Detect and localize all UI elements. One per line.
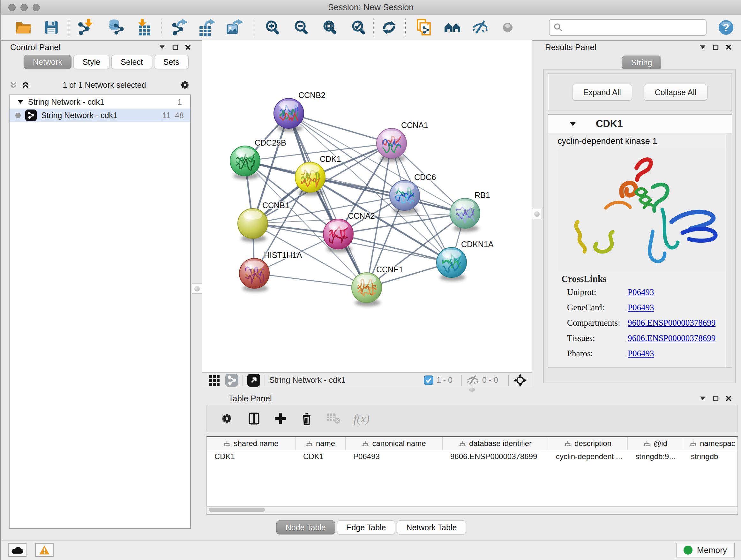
column-header-@id[interactable]: @id bbox=[628, 437, 683, 450]
network-row-selected[interactable]: String Network - cdk1 11 48 bbox=[10, 109, 190, 122]
zoom-out-button[interactable] bbox=[291, 17, 312, 38]
close-panel-icon[interactable] bbox=[185, 44, 191, 50]
crosslink-link[interactable]: P06493 bbox=[628, 287, 654, 297]
table-cell[interactable]: cyclin-dependent ... bbox=[548, 450, 628, 463]
memory-button[interactable]: Memory bbox=[676, 543, 735, 557]
close-window-button[interactable] bbox=[8, 4, 16, 11]
caret-down-icon[interactable] bbox=[17, 99, 23, 105]
zoom-in-button[interactable] bbox=[262, 17, 283, 38]
column-header-name[interactable]: name bbox=[295, 437, 346, 450]
export-table-button[interactable] bbox=[196, 17, 217, 38]
network-node-HIST1H1A[interactable]: HIST1H1A bbox=[239, 251, 302, 292]
tab-edge-table[interactable]: Edge Table bbox=[337, 520, 395, 535]
import-network-database-button[interactable] bbox=[106, 17, 127, 38]
save-session-button[interactable] bbox=[41, 17, 62, 38]
crosslink-link[interactable]: 9606.ENSP00000378699 bbox=[628, 318, 716, 328]
collapse-panel-icon[interactable] bbox=[159, 45, 165, 50]
float-panel-icon[interactable] bbox=[713, 395, 719, 401]
selected-checkbox-icon[interactable] bbox=[424, 375, 433, 385]
home-networks-button[interactable] bbox=[442, 17, 463, 38]
copy-network-view-button[interactable] bbox=[414, 17, 434, 38]
column-header-namespac[interactable]: namespac bbox=[683, 437, 738, 450]
table-cell[interactable]: P06493 bbox=[346, 450, 443, 463]
close-panel-icon[interactable] bbox=[726, 44, 731, 50]
crosslink-link[interactable]: 9606.ENSP00000378699 bbox=[628, 333, 716, 343]
network-node-CCNA1[interactable]: CCNA1 bbox=[377, 121, 428, 162]
table-cell[interactable]: CDK1 bbox=[295, 450, 346, 463]
search-input[interactable] bbox=[565, 23, 702, 33]
gene-section-header[interactable]: CDK1 bbox=[548, 115, 732, 133]
network-node-CDKN1A[interactable]: CDKN1A bbox=[436, 240, 494, 281]
network-node-CCNB1[interactable]: CCNB1 bbox=[238, 201, 289, 242]
tab-style[interactable]: Style bbox=[73, 55, 110, 69]
show-panels-button[interactable] bbox=[497, 17, 518, 38]
delete-table-icon[interactable] bbox=[326, 412, 341, 425]
network-thumbnail-icon[interactable] bbox=[225, 374, 238, 387]
tab-network-table[interactable]: Network Table bbox=[397, 520, 466, 535]
cloud-status-button[interactable] bbox=[8, 543, 26, 557]
tab-node-table[interactable]: Node Table bbox=[276, 520, 335, 535]
right-splitter-handle[interactable] bbox=[532, 209, 542, 219]
help-button[interactable]: ? bbox=[716, 17, 737, 38]
collapse-all-tree-icon[interactable] bbox=[21, 80, 30, 89]
float-panel-icon[interactable] bbox=[713, 44, 719, 50]
zoom-fit-button[interactable] bbox=[320, 17, 341, 38]
network-edge[interactable] bbox=[254, 273, 367, 288]
column-header-database-identifier[interactable]: database identifier bbox=[443, 437, 548, 450]
column-header-shared-name[interactable]: shared name bbox=[207, 437, 295, 450]
import-table-file-button[interactable] bbox=[132, 17, 153, 38]
scrollbar-thumb[interactable] bbox=[209, 508, 265, 512]
fit-content-crosshair-icon[interactable] bbox=[513, 373, 527, 387]
crosslink-link[interactable]: P06493 bbox=[628, 303, 654, 313]
left-splitter-handle[interactable] bbox=[192, 284, 202, 294]
tab-string[interactable]: String bbox=[622, 56, 661, 70]
zoom-selected-button[interactable] bbox=[348, 17, 369, 38]
float-panel-icon[interactable] bbox=[172, 44, 178, 50]
table-settings-gear-icon[interactable] bbox=[219, 411, 234, 426]
collapse-panel-icon[interactable] bbox=[699, 45, 706, 50]
add-column-icon[interactable] bbox=[274, 412, 287, 425]
maximize-window-button[interactable] bbox=[32, 4, 40, 11]
refresh-layout-button[interactable] bbox=[379, 17, 400, 38]
warnings-button[interactable] bbox=[35, 543, 54, 557]
results-scrollbar[interactable] bbox=[726, 133, 732, 368]
network-node-CDC6[interactable]: CDC6 bbox=[390, 173, 436, 214]
column-header-canonical-name[interactable]: canonical name bbox=[346, 437, 443, 450]
hide-panels-button[interactable] bbox=[470, 17, 491, 38]
hidden-eye-slash-icon[interactable] bbox=[466, 375, 479, 386]
export-network-button[interactable] bbox=[169, 17, 190, 38]
network-node-CDK1[interactable]: CDK1 bbox=[295, 154, 341, 196]
column-header-description[interactable]: description bbox=[548, 437, 628, 450]
network-options-gear-icon[interactable] bbox=[179, 79, 191, 91]
tab-network[interactable]: Network bbox=[23, 55, 71, 69]
grid-view-icon[interactable] bbox=[208, 374, 221, 387]
tab-select[interactable]: Select bbox=[111, 55, 152, 69]
minimize-window-button[interactable] bbox=[20, 4, 28, 11]
expand-all-button[interactable]: Expand All bbox=[572, 84, 632, 101]
table-horizontal-scrollbar[interactable] bbox=[206, 506, 738, 513]
open-session-button[interactable] bbox=[13, 17, 34, 38]
show-columns-icon[interactable] bbox=[247, 411, 261, 426]
export-image-button[interactable] bbox=[224, 17, 245, 38]
table-cell[interactable]: 9606.ENSP00000378699 bbox=[443, 450, 548, 463]
network-edge[interactable] bbox=[289, 113, 367, 288]
network-node-CCNB2[interactable]: CCNB2 bbox=[274, 91, 326, 132]
tab-sets[interactable]: Sets bbox=[154, 55, 189, 69]
table-cell[interactable]: CDK1 bbox=[207, 450, 295, 463]
network-node-RB1[interactable]: RB1 bbox=[450, 191, 490, 232]
table-row[interactable]: CDK1CDK1P064939606.ENSP00000378699cyclin… bbox=[207, 450, 738, 463]
network-view-canvas[interactable]: CCNB2CCNA1CDC25BCDK1CDC6RB1CCNB1CCNA2CDK… bbox=[202, 40, 532, 372]
function-builder-button[interactable]: f(x) bbox=[354, 412, 369, 425]
expand-all-tree-icon[interactable] bbox=[9, 80, 18, 89]
network-collection-row[interactable]: String Network - cdk1 1 bbox=[10, 95, 190, 109]
birds-eye-view-icon[interactable] bbox=[247, 374, 260, 387]
table-cell[interactable]: stringdb:9... bbox=[628, 450, 683, 463]
delete-column-trash-icon[interactable] bbox=[300, 411, 313, 426]
table-cell[interactable]: stringdb bbox=[683, 450, 738, 463]
network-node-CDC25B[interactable]: CDC25B bbox=[230, 138, 286, 179]
collapse-all-button[interactable]: Collapse All bbox=[644, 84, 708, 101]
import-network-file-button[interactable] bbox=[75, 17, 96, 38]
crosslink-link[interactable]: P06493 bbox=[628, 349, 654, 359]
network-edge[interactable] bbox=[289, 113, 392, 143]
collapse-panel-icon[interactable] bbox=[699, 396, 706, 401]
